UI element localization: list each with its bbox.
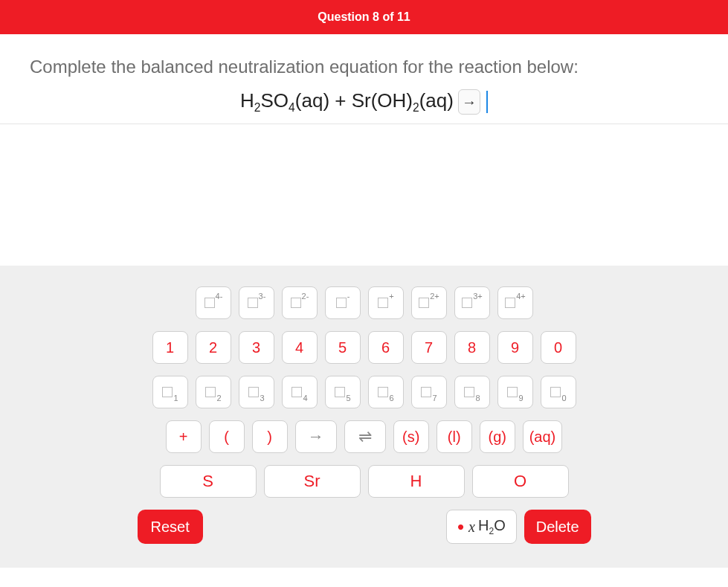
subscript-key-5[interactable]: 5 (325, 376, 361, 408)
digit-key-8[interactable]: 8 (454, 331, 490, 364)
prompt-area: Complete the balanced neutralization equ… (0, 34, 728, 124)
element-key-H[interactable]: H (368, 465, 465, 498)
element-row: SSrHO (0, 465, 728, 498)
equation-given: H2SO4(aq) + Sr(OH)2(aq) (240, 89, 454, 115)
operator-key-(g)[interactable]: (g) (480, 420, 515, 453)
reset-button[interactable]: Reset (138, 510, 203, 544)
subscript-key-1[interactable]: 1 (152, 376, 188, 408)
question-counter: Question 8 of 11 (318, 10, 410, 23)
charge-key-3+[interactable]: 3+ (454, 286, 490, 319)
subscript-key-3[interactable]: 3 (239, 376, 274, 408)
digit-row: 1234567890 (0, 331, 728, 364)
digit-key-3[interactable]: 3 (239, 331, 274, 364)
arrow-slot[interactable]: → (458, 89, 480, 115)
equation-line: H2SO4(aq) + Sr(OH)2(aq) → (30, 89, 698, 115)
subscript-key-9[interactable]: 9 (497, 376, 533, 408)
charge-key-4-[interactable]: 4- (196, 286, 231, 319)
charge-key-2+[interactable]: 2+ (411, 286, 447, 319)
operator-key-→[interactable]: → (295, 420, 337, 453)
digit-key-5[interactable]: 5 (325, 331, 361, 364)
charge-key--[interactable]: - (325, 286, 361, 319)
bottom-row: Reset • x H2O Delete (138, 510, 591, 544)
operator-key-)[interactable]: ) (252, 420, 288, 453)
subscript-key-7[interactable]: 7 (411, 376, 447, 408)
operator-key-⇌[interactable]: ⇌ (344, 420, 386, 453)
digit-key-0[interactable]: 0 (541, 331, 576, 364)
digit-key-7[interactable]: 7 (411, 331, 447, 364)
digit-key-4[interactable]: 4 (282, 331, 318, 364)
operator-key-([interactable]: ( (209, 420, 245, 453)
digit-key-9[interactable]: 9 (497, 331, 533, 364)
operator-key-+[interactable]: + (166, 420, 202, 453)
water-button[interactable]: • x H2O (446, 510, 517, 544)
water-label: H2O (478, 517, 506, 536)
keypad: 4-3-2--+2+3+4+ 1234567890 1234567890 +()… (0, 266, 728, 568)
operator-key-(s)[interactable]: (s) (393, 420, 429, 453)
charge-row: 4-3-2--+2+3+4+ (0, 286, 728, 319)
digit-key-2[interactable]: 2 (196, 331, 231, 364)
delete-button[interactable]: Delete (524, 510, 591, 544)
subscript-key-6[interactable]: 6 (368, 376, 404, 408)
subscript-key-8[interactable]: 8 (454, 376, 490, 408)
prompt-text: Complete the balanced neutralization equ… (30, 57, 698, 77)
digit-key-1[interactable]: 1 (152, 331, 188, 364)
element-key-O[interactable]: O (472, 465, 569, 498)
subscript-row: 1234567890 (0, 376, 728, 408)
element-key-S[interactable]: S (160, 465, 257, 498)
element-key-Sr[interactable]: Sr (264, 465, 361, 498)
subscript-key-4[interactable]: 4 (282, 376, 318, 408)
charge-key-+[interactable]: + (368, 286, 404, 319)
operator-row: +()→⇌(s)(l)(g)(aq) (0, 420, 728, 453)
subscript-key-0[interactable]: 0 (541, 376, 576, 408)
charge-key-2-[interactable]: 2- (282, 286, 318, 319)
answer-canvas[interactable] (0, 124, 728, 266)
operator-key-(aq)[interactable]: (aq) (523, 420, 563, 453)
charge-key-3-[interactable]: 3- (239, 286, 274, 319)
input-cursor (486, 91, 488, 113)
water-x: x (468, 519, 475, 536)
charge-key-4+[interactable]: 4+ (497, 286, 533, 319)
operator-key-(l)[interactable]: (l) (437, 420, 472, 453)
subscript-key-2[interactable]: 2 (196, 376, 231, 408)
question-header: Question 8 of 11 (0, 0, 728, 34)
digit-key-6[interactable]: 6 (368, 331, 404, 364)
